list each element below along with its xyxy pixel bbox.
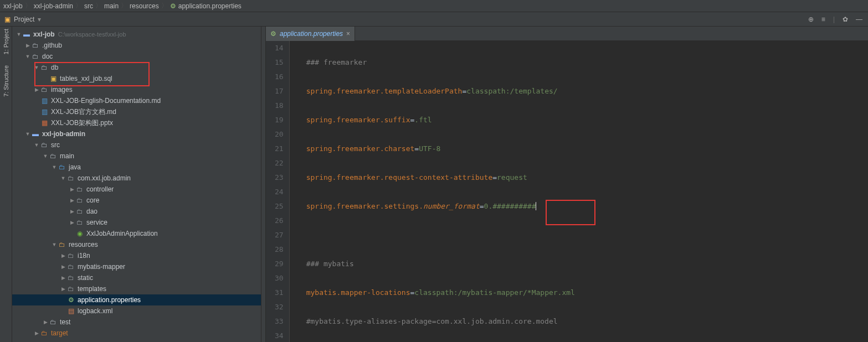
tree-node[interactable]: ▶ 🗀 .github (12, 40, 261, 51)
folder-icon: 🗀 (40, 141, 49, 149)
tree-label: main (58, 152, 74, 160)
source-folder-icon: 🗀 (58, 163, 66, 171)
breadcrumb-item[interactable]: xxl-job (3, 2, 23, 10)
arrow-down-icon[interactable]: ▼ (33, 65, 40, 70)
line-number: 22 (275, 156, 284, 170)
code-line (306, 228, 868, 242)
tree-node[interactable]: ▶ 🗀 controller (12, 184, 261, 195)
tree-node[interactable]: ▥ XXL-JOB官方文档.md (12, 106, 261, 117)
code-line: spring.freemarker.charset=UTF-8 (306, 142, 868, 156)
sidetab-structure[interactable]: 7: Structure (3, 65, 9, 97)
folder-icon: 🗀 (49, 152, 58, 160)
hide-icon[interactable]: — (856, 15, 862, 23)
tree-node[interactable]: ▶ 🗀 target (12, 328, 261, 339)
splitter[interactable] (261, 27, 266, 342)
select-opened-file-icon[interactable]: ⊕ (808, 15, 814, 23)
folder-icon: 🗀 (31, 53, 40, 60)
arrow-down-icon[interactable]: ▼ (51, 242, 58, 247)
arrow-right-icon[interactable]: ▶ (69, 186, 75, 192)
arrow-down-icon[interactable]: ▼ (60, 175, 66, 181)
tree-node[interactable]: ▼ 🗀 src (12, 139, 261, 151)
tree-node-module[interactable]: ▼ ▬ xxl-job-admin (12, 128, 261, 139)
xml-file-icon: ▤ (66, 307, 75, 315)
project-toolbar: ▣ Project ▾ ⊕ ≡ | ✿ — (0, 12, 868, 27)
arrow-right-icon[interactable]: ▶ (33, 87, 40, 92)
breadcrumb-item[interactable]: main (104, 2, 119, 10)
tree-node[interactable]: ▶ 🗀 core (12, 195, 261, 206)
folder-icon: 🗀 (66, 252, 75, 260)
tree-node[interactable]: ▶ 🗀 images (12, 84, 261, 95)
tree-node[interactable]: ▤ logback.xml (12, 305, 261, 317)
tree-node-selected[interactable]: ⚙ application.properties (12, 294, 261, 305)
arrow-right-icon[interactable]: ▶ (42, 319, 49, 325)
sidetab-project[interactable]: 1: Project (3, 29, 9, 54)
tree-label: controller (84, 185, 114, 193)
tree-node[interactable]: ▶ 🗀 i18n (12, 250, 261, 261)
tree-node[interactable]: ▣ tables_xxl_job.sql (12, 73, 261, 84)
close-icon[interactable]: × (346, 30, 350, 38)
settings-icon[interactable]: ✿ (843, 15, 848, 23)
arrow-down-icon[interactable]: ▼ (24, 54, 31, 59)
arrow-right-icon[interactable]: ▶ (60, 264, 66, 270)
arrow-down-icon[interactable]: ▼ (51, 164, 58, 170)
breadcrumb-file-label: application.properties (178, 2, 242, 10)
arrow-right-icon[interactable]: ▶ (60, 286, 66, 292)
tree-node[interactable]: ▼ 🗀 com.xxl.job.admin (12, 173, 261, 184)
line-number: 17 (275, 84, 284, 99)
arrow-right-icon[interactable]: ▶ (60, 275, 66, 281)
tree-label: tables_xxl_job.sql (58, 75, 112, 82)
breadcrumb-item[interactable]: resources (130, 2, 159, 10)
editor[interactable]: 14 15 16 17 18 19 20 21 22 23 24 25 26 2… (266, 41, 868, 342)
arrow-down-icon[interactable]: ▼ (42, 153, 49, 159)
tree-label: doc (40, 53, 53, 60)
tree-node[interactable]: ▦ XXL-JOB架构图.pptx (12, 117, 261, 128)
folder-icon: 🗀 (66, 285, 75, 293)
tree-node[interactable]: ◉ XxlJobAdminApplication (12, 228, 261, 239)
tree-node[interactable]: ▶ 🗀 dao (12, 206, 261, 217)
tree-label: mybatis-mapper (75, 263, 125, 271)
pptx-file-icon: ▦ (40, 119, 49, 127)
tree-node[interactable]: ▶ 🗀 service (12, 217, 261, 228)
code-area[interactable]: ### freemarker spring.freemarker.templat… (290, 41, 868, 342)
line-number: 16 (275, 70, 284, 84)
markdown-file-icon: ▥ (40, 108, 49, 116)
project-view-selector[interactable]: ▣ Project ▾ (0, 15, 194, 23)
arrow-right-icon[interactable]: ▶ (33, 330, 40, 336)
breadcrumb-item-file[interactable]: ⚙ application.properties (170, 2, 242, 10)
arrow-right-icon[interactable]: ▶ (24, 43, 31, 48)
tree-node-root[interactable]: ▼ ▬ xxl-job C:\workspace-test\xxl-job (12, 29, 261, 40)
tree-node[interactable]: ▶ 🗀 mybatis-mapper (12, 261, 261, 272)
tree-node[interactable]: ▼ 🗀 main (12, 151, 261, 162)
breadcrumb-item[interactable]: src (84, 2, 93, 10)
tree-label: dao (84, 208, 97, 215)
arrow-right-icon[interactable]: ▶ (69, 198, 75, 203)
tree-hint: C:\workspace-test\xxl-job (55, 31, 126, 38)
tree-node[interactable]: ▼ 🗀 doc (12, 51, 261, 62)
tree-node[interactable]: ▼ 🗀 resources (12, 239, 261, 250)
editor-tab[interactable]: ⚙ application.properties × (266, 27, 355, 41)
arrow-right-icon[interactable]: ▶ (69, 209, 75, 214)
line-number: 32 (275, 300, 284, 314)
tree-label: test (58, 318, 70, 326)
gutter: 14 15 16 17 18 19 20 21 22 23 24 25 26 2… (266, 41, 290, 342)
tree-node[interactable]: ▶ 🗀 test (12, 317, 261, 328)
line-number: 34 (275, 329, 284, 342)
tree-node[interactable]: ▥ XXL-JOB-English-Documentation.md (12, 95, 261, 106)
expand-all-icon[interactable]: ≡ (821, 15, 825, 23)
arrow-right-icon[interactable]: ▶ (69, 220, 75, 225)
target-folder-icon: 🗀 (40, 329, 49, 337)
properties-file-icon: ⚙ (170, 2, 176, 10)
arrow-down-icon[interactable]: ▼ (24, 131, 31, 137)
tree-node[interactable]: ▶ 🗀 templates (12, 283, 261, 294)
tree-node[interactable]: ▶ 🗀 static (12, 272, 261, 283)
folder-icon: 🗀 (40, 86, 49, 94)
project-tree[interactable]: ▼ ▬ xxl-job C:\workspace-test\xxl-job ▶ … (12, 27, 261, 342)
project-icon: ▣ (4, 15, 11, 23)
line-number: 15 (275, 55, 284, 70)
tree-node[interactable]: ▼ 🗀 java (12, 162, 261, 173)
arrow-right-icon[interactable]: ▶ (60, 253, 66, 258)
arrow-down-icon[interactable]: ▼ (33, 142, 40, 148)
tree-node[interactable]: ▼ 🗀 db (12, 62, 261, 73)
breadcrumb-item[interactable]: xxl-job-admin (34, 2, 73, 10)
arrow-down-icon[interactable]: ▼ (16, 32, 22, 37)
